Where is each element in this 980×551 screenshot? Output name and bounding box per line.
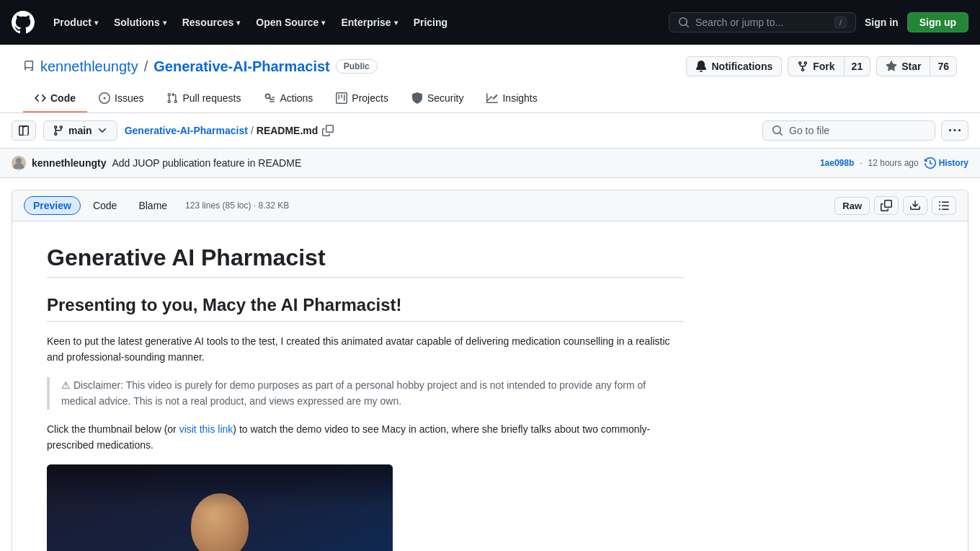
repo-title-row: kennethleungty / Generative-AI-Pharmacis… — [23, 56, 957, 76]
search-kbd: / — [834, 17, 847, 28]
commit-separator: · — [860, 158, 862, 168]
repo-header: kennethleungty / Generative-AI-Pharmacis… — [0, 45, 980, 113]
visit-link[interactable]: visit this link — [179, 423, 233, 435]
nav-solutions[interactable]: Solutions ▾ — [107, 12, 174, 32]
markdown-disclaimer: ⚠ Disclaimer: This video is purely for d… — [61, 377, 672, 410]
chevron-down-icon — [97, 125, 108, 136]
star-icon — [886, 61, 897, 72]
star-count-button[interactable]: 76 — [930, 56, 957, 76]
file-view-container: Preview Code Blame 123 lines (85 loc) · … — [12, 190, 968, 551]
tab-issues[interactable]: Issues — [87, 85, 155, 113]
file-bar: main Generative-AI-Pharmacist / README.m… — [0, 113, 980, 149]
search-bar[interactable]: Search or jump to... / — [669, 12, 856, 32]
sign-up-button[interactable]: Sign up — [907, 12, 968, 32]
ellipsis-icon — [949, 125, 961, 136]
fork-count-button[interactable]: 21 — [844, 56, 871, 76]
nav-items: Product ▾ Solutions ▾ Resources ▾ Open S… — [46, 12, 455, 32]
fork-button-group: Fork 21 — [788, 56, 870, 76]
visibility-badge: Public — [336, 59, 378, 74]
commit-time: 12 hours ago — [868, 158, 919, 168]
chevron-down-icon: ▾ — [163, 19, 166, 27]
sign-in-button[interactable]: Sign in — [865, 17, 899, 28]
code-icon — [35, 92, 46, 104]
bell-icon — [695, 61, 707, 72]
tab-pull-requests[interactable]: Pull requests — [155, 85, 252, 113]
avatar-placeholder-icon — [12, 156, 26, 170]
download-icon — [909, 200, 921, 211]
copy-icon — [322, 125, 334, 136]
search-placeholder: Search or jump to... — [695, 17, 783, 28]
file-actions: Raw — [834, 196, 956, 215]
nav-product[interactable]: Product ▾ — [46, 12, 105, 32]
commit-right: 1ae098b · 12 hours ago History — [820, 157, 968, 169]
fork-button[interactable]: Fork — [788, 56, 843, 76]
repo-tabs: Code Issues Pull requests Actions Projec… — [23, 85, 957, 113]
markdown-h1: Generative AI Pharmacist — [47, 244, 684, 278]
insights-icon — [486, 92, 498, 104]
avatar — [12, 156, 26, 170]
branch-icon — [53, 125, 64, 136]
tab-insights[interactable]: Insights — [475, 85, 548, 113]
repo-actions: Notifications Fork 21 Star 76 — [686, 56, 957, 76]
nav-enterprise[interactable]: Enterprise ▾ — [334, 12, 404, 32]
svg-point-0 — [16, 158, 22, 164]
file-meta: 123 lines (85 loc) · 8.32 KB — [185, 200, 289, 211]
actions-icon — [264, 92, 275, 104]
tab-code[interactable]: Code — [23, 85, 87, 113]
tab-actions[interactable]: Actions — [252, 85, 324, 113]
chevron-down-icon: ▾ — [394, 19, 398, 27]
markdown-h2: Presenting to you, Macy the AI Pharmacis… — [47, 295, 684, 322]
chevron-down-icon: ▾ — [236, 19, 240, 27]
commit-author[interactable]: kennethleungty — [32, 157, 106, 169]
copy-raw-button[interactable] — [874, 196, 899, 215]
breadcrumb-current-file: README.md — [257, 125, 318, 136]
video-thumbnail[interactable] — [47, 464, 393, 551]
nav-open-source[interactable]: Open Source ▾ — [249, 12, 332, 32]
preview-tab-button[interactable]: Preview — [24, 196, 81, 215]
history-button[interactable]: History — [925, 157, 968, 169]
copy-icon — [881, 200, 892, 211]
sidebar-icon — [18, 125, 30, 136]
notifications-button[interactable]: Notifications — [686, 56, 782, 76]
markdown-content: Generative AI Pharmacist Presenting to y… — [12, 221, 718, 551]
fork-icon — [797, 61, 808, 72]
repo-owner-link[interactable]: kennethleungty — [40, 58, 138, 75]
sidebar-toggle-button[interactable] — [12, 120, 36, 141]
goto-file-input[interactable]: Go to file — [762, 120, 935, 141]
tab-projects[interactable]: Projects — [324, 85, 400, 113]
star-button-group: Star 76 — [876, 56, 957, 76]
repo-name-link[interactable]: Generative-AI-Pharmacist — [153, 58, 330, 75]
repo-slash: / — [144, 58, 148, 75]
list-icon — [938, 200, 950, 211]
star-button[interactable]: Star — [876, 56, 930, 76]
branch-button[interactable]: main — [43, 120, 117, 141]
raw-lines-button[interactable] — [932, 196, 956, 215]
copy-path-button[interactable] — [321, 123, 335, 138]
more-options-button[interactable] — [941, 120, 968, 141]
tab-issues-label: Issues — [115, 92, 143, 104]
raw-button[interactable]: Raw — [834, 197, 870, 215]
tab-actions-label: Actions — [280, 92, 313, 104]
chevron-down-icon: ▾ — [94, 19, 98, 27]
breadcrumb-repo-link[interactable]: Generative-AI-Pharmacist — [125, 125, 248, 136]
breadcrumb: Generative-AI-Pharmacist / README.md — [125, 123, 336, 138]
file-view-header: Preview Code Blame 123 lines (85 loc) · … — [12, 190, 968, 221]
code-tab-button[interactable]: Code — [84, 196, 126, 215]
github-logo[interactable] — [12, 11, 35, 34]
download-button[interactable] — [903, 196, 927, 215]
video-bg — [47, 464, 393, 551]
tab-security[interactable]: Security — [400, 85, 476, 113]
tab-security-label: Security — [427, 92, 464, 104]
nav-pricing[interactable]: Pricing — [406, 12, 455, 32]
markdown-intro: Keen to put the latest generative AI too… — [47, 333, 684, 366]
blame-tab-button[interactable]: Blame — [129, 196, 177, 215]
tab-insights-label: Insights — [502, 92, 537, 104]
projects-icon — [336, 92, 347, 104]
file-bar-right: Go to file — [762, 120, 968, 141]
search-icon — [678, 17, 690, 28]
nav-resources[interactable]: Resources ▾ — [175, 12, 248, 32]
issues-icon — [99, 92, 110, 104]
commit-sha-link[interactable]: 1ae098b — [820, 158, 854, 168]
security-icon — [411, 92, 423, 104]
history-icon — [925, 157, 936, 169]
